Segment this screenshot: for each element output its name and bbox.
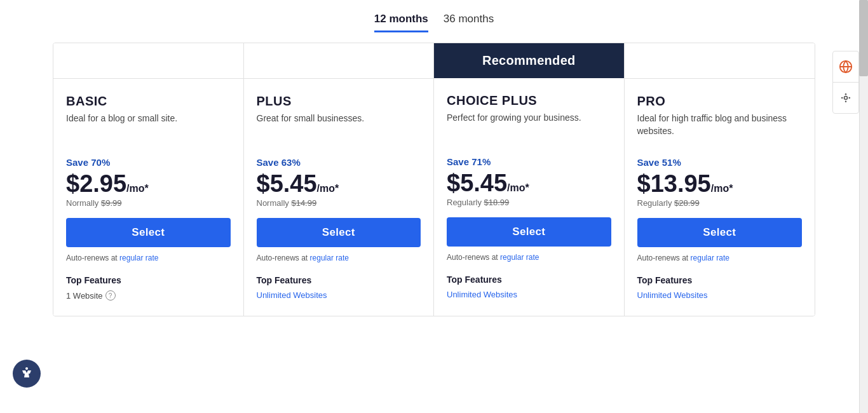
unlimited-websites-link-pro[interactable]: Unlimited Websites bbox=[637, 290, 708, 300]
price-dollar-pro: $13.95 bbox=[637, 172, 711, 196]
save-pro: Save 51% bbox=[637, 157, 803, 168]
plan-body-pro: PRO Ideal for high traffic blog and busi… bbox=[625, 79, 815, 316]
select-button-pro[interactable]: Select bbox=[637, 218, 803, 247]
save-basic: Save 70% bbox=[66, 157, 231, 168]
regular-rate-link-basic[interactable]: regular rate bbox=[119, 254, 158, 262]
plan-body-basic: BASIC Ideal for a blog or small site. Sa… bbox=[53, 79, 243, 316]
regular-rate-link-plus[interactable]: regular rate bbox=[310, 254, 349, 262]
plan-card-basic: BASIC Ideal for a blog or small site. Sa… bbox=[53, 43, 244, 316]
svg-point-3 bbox=[845, 93, 847, 95]
plans-grid: BASIC Ideal for a blog or small site. Sa… bbox=[53, 43, 815, 316]
feature-1website: 1 Website ? bbox=[66, 290, 231, 301]
plan-header-empty-plus bbox=[244, 43, 434, 79]
plan-tagline-pro: Ideal for high traffic blog and business… bbox=[637, 112, 803, 144]
price-normal-pro: Regularly $28.99 bbox=[637, 198, 803, 208]
plan-header-empty-pro bbox=[625, 43, 815, 79]
svg-point-2 bbox=[844, 97, 848, 100]
select-button-plus[interactable]: Select bbox=[257, 218, 421, 247]
plan-card-pro: PRO Ideal for high traffic blog and busi… bbox=[625, 43, 815, 316]
auto-renews-basic: Auto-renews at regular rate bbox=[66, 254, 231, 262]
plan-body-choice-plus: CHOICE PLUS Perfect for growing your bus… bbox=[434, 78, 624, 316]
plan-tagline-choice-plus: Perfect for growing your business. bbox=[447, 112, 611, 144]
top-features-label-basic: Top Features bbox=[66, 275, 231, 285]
price-line-plus: $5.45 /mo* bbox=[257, 172, 421, 196]
scrollbar[interactable] bbox=[859, 0, 868, 413]
feature-unlimited-plus: Unlimited Websites bbox=[257, 290, 421, 300]
auto-renews-pro: Auto-renews at regular rate bbox=[637, 254, 803, 262]
info-icon-1website[interactable]: ? bbox=[105, 290, 116, 301]
price-mo-pro: /mo* bbox=[711, 183, 733, 194]
price-dollar-basic: $2.95 bbox=[66, 172, 126, 196]
price-dollar-plus: $5.45 bbox=[257, 172, 317, 196]
tab-12months[interactable]: 12 months bbox=[374, 13, 428, 32]
plan-card-plus: PLUS Great for small businesses. Save 63… bbox=[244, 43, 435, 316]
auto-renews-choice-plus: Auto-renews at regular rate bbox=[447, 253, 611, 262]
price-mo-basic: /mo* bbox=[126, 183, 149, 194]
tabs-container: 12 months 36 months bbox=[0, 0, 868, 43]
unlimited-websites-link-choice-plus[interactable]: Unlimited Websites bbox=[447, 290, 517, 299]
plan-header-empty-basic bbox=[53, 43, 243, 79]
price-mo-choice-plus: /mo* bbox=[507, 182, 529, 194]
price-dollar-choice-plus: $5.45 bbox=[447, 171, 507, 195]
plan-name-basic: BASIC bbox=[66, 94, 231, 109]
save-choice-plus: Save 71% bbox=[447, 156, 611, 167]
save-plus: Save 63% bbox=[257, 157, 421, 168]
top-features-label-pro: Top Features bbox=[637, 275, 803, 285]
unlimited-websites-link-plus[interactable]: Unlimited Websites bbox=[257, 290, 327, 300]
plan-body-plus: PLUS Great for small businesses. Save 63… bbox=[244, 79, 434, 316]
price-line-pro: $13.95 /mo* bbox=[637, 172, 803, 196]
price-mo-plus: /mo* bbox=[317, 183, 339, 194]
svg-point-7 bbox=[25, 367, 28, 370]
top-features-label-choice-plus: Top Features bbox=[447, 274, 611, 285]
regular-rate-link-choice-plus[interactable]: regular rate bbox=[500, 253, 539, 262]
globe-icon-btn[interactable] bbox=[836, 57, 856, 77]
select-button-basic[interactable]: Select bbox=[66, 218, 231, 247]
regular-rate-link-pro[interactable]: regular rate bbox=[691, 254, 729, 262]
select-button-choice-plus[interactable]: Select bbox=[447, 217, 611, 247]
main-content: BASIC Ideal for a blog or small site. Sa… bbox=[40, 43, 828, 342]
settings-icon-btn[interactable] bbox=[836, 88, 856, 108]
scrollbar-thumb[interactable] bbox=[859, 0, 868, 76]
price-line-choice-plus: $5.45 /mo* bbox=[447, 171, 611, 195]
plan-tagline-plus: Great for small businesses. bbox=[257, 112, 421, 144]
feature-unlimited-choice-plus: Unlimited Websites bbox=[447, 290, 611, 299]
plan-tagline-basic: Ideal for a blog or small site. bbox=[66, 112, 231, 144]
auto-renews-plus: Auto-renews at regular rate bbox=[257, 254, 421, 262]
plan-name-plus: PLUS bbox=[257, 94, 421, 109]
plan-name-pro: PRO bbox=[637, 94, 803, 109]
tab-36months[interactable]: 36 months bbox=[444, 13, 494, 32]
price-normal-choice-plus: Regularly $18.99 bbox=[447, 198, 611, 207]
price-normal-basic: Normally $9.99 bbox=[66, 198, 231, 208]
price-normal-plus: Normally $14.99 bbox=[257, 198, 421, 208]
top-features-label-plus: Top Features bbox=[257, 275, 421, 285]
svg-point-5 bbox=[841, 97, 843, 99]
plan-card-choice-plus: Recommended CHOICE PLUS Perfect for grow… bbox=[434, 43, 625, 316]
feature-unlimited-pro: Unlimited Websites bbox=[637, 290, 803, 300]
recommended-header: Recommended bbox=[434, 43, 624, 78]
price-line-basic: $2.95 /mo* bbox=[66, 172, 231, 196]
svg-point-6 bbox=[849, 97, 851, 99]
side-icons-panel bbox=[832, 51, 859, 114]
svg-point-4 bbox=[845, 101, 847, 103]
accessibility-button[interactable] bbox=[13, 360, 41, 388]
plan-name-choice-plus: CHOICE PLUS bbox=[447, 93, 611, 108]
